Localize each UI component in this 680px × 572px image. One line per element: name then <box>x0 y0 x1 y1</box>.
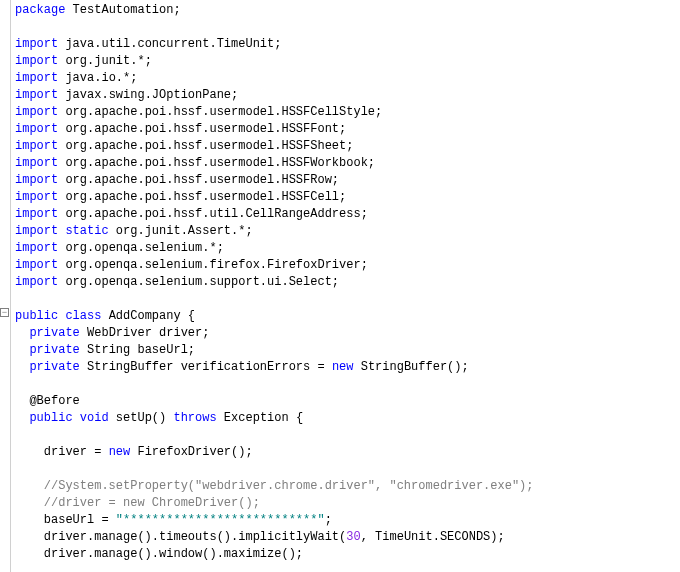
code-editor: − package TestAutomation;import java.uti… <box>0 0 680 572</box>
code-line[interactable]: import java.io.*; <box>15 70 680 87</box>
token-id: , TimeUnit.SECONDS); <box>361 530 505 544</box>
code-line[interactable]: import static org.junit.Assert.*; <box>15 223 680 240</box>
code-line[interactable] <box>15 19 680 36</box>
token-id <box>15 496 44 510</box>
token-kw: private <box>29 360 79 374</box>
token-kw: new <box>109 445 131 459</box>
token-id: driver.manage().timeouts().implicitlyWai… <box>15 530 346 544</box>
code-line[interactable]: package TestAutomation; <box>15 2 680 19</box>
token-id: setUp() <box>109 411 174 425</box>
code-line[interactable] <box>15 376 680 393</box>
token-kw: import <box>15 190 58 204</box>
code-line[interactable]: import org.junit.*; <box>15 53 680 70</box>
token-id <box>15 479 44 493</box>
token-id: java.io.*; <box>58 71 137 85</box>
token-id <box>15 343 29 357</box>
code-line[interactable]: public class AddCompany { <box>15 308 680 325</box>
code-line[interactable]: import org.openqa.selenium.support.ui.Se… <box>15 274 680 291</box>
code-line[interactable]: //driver = new ChromeDriver(); <box>15 495 680 512</box>
code-line[interactable]: private StringBuffer verificationErrors … <box>15 359 680 376</box>
token-kw: import <box>15 156 58 170</box>
token-id: driver = <box>15 445 109 459</box>
token-id: ; <box>325 513 332 527</box>
fold-toggle-icon[interactable]: − <box>0 308 9 317</box>
token-id: Exception { <box>217 411 303 425</box>
code-line[interactable]: import org.apache.poi.hssf.usermodel.HSS… <box>15 138 680 155</box>
code-line[interactable]: import org.apache.poi.hssf.usermodel.HSS… <box>15 189 680 206</box>
code-area[interactable]: package TestAutomation;import java.util.… <box>11 0 680 572</box>
code-line[interactable]: @Before <box>15 393 680 410</box>
token-kw: public <box>29 411 72 425</box>
token-kw: private <box>29 326 79 340</box>
token-id: org.apache.poi.hssf.usermodel.HSSFFont; <box>58 122 346 136</box>
token-kw: package <box>15 3 65 17</box>
token-kw: static <box>65 224 108 238</box>
code-line[interactable]: driver = new FirefoxDriver(); <box>15 444 680 461</box>
token-str: "***************************" <box>116 513 325 527</box>
code-line[interactable]: public void setUp() throws Exception { <box>15 410 680 427</box>
code-line[interactable]: baseUrl = "***************************"; <box>15 512 680 529</box>
code-line[interactable]: import org.apache.poi.hssf.usermodel.HSS… <box>15 172 680 189</box>
token-id: org.apache.poi.hssf.util.CellRangeAddres… <box>58 207 368 221</box>
token-id <box>15 326 29 340</box>
token-kw: import <box>15 37 58 51</box>
code-line[interactable]: //System.setProperty("webdriver.chrome.d… <box>15 478 680 495</box>
token-kw: import <box>15 241 58 255</box>
token-id: FirefoxDriver(); <box>130 445 252 459</box>
code-line[interactable]: import org.openqa.selenium.firefox.Firef… <box>15 257 680 274</box>
token-id: javax.swing.JOptionPane; <box>58 88 238 102</box>
token-kw: class <box>65 309 101 323</box>
token-id: org.junit.*; <box>58 54 152 68</box>
token-id: org.apache.poi.hssf.usermodel.HSSFWorkbo… <box>58 156 375 170</box>
code-line[interactable]: import org.apache.poi.hssf.usermodel.HSS… <box>15 121 680 138</box>
token-id: TestAutomation; <box>65 3 180 17</box>
token-id: @Before <box>15 394 80 408</box>
token-kw: throws <box>173 411 216 425</box>
token-id: baseUrl = <box>15 513 116 527</box>
code-line[interactable]: import java.util.concurrent.TimeUnit; <box>15 36 680 53</box>
token-kw: new <box>332 360 354 374</box>
code-line[interactable] <box>15 291 680 308</box>
token-kw: import <box>15 54 58 68</box>
token-kw: import <box>15 173 58 187</box>
gutter: − <box>0 0 11 572</box>
token-id: org.apache.poi.hssf.usermodel.HSSFRow; <box>58 173 339 187</box>
token-id <box>15 360 29 374</box>
code-line[interactable] <box>15 427 680 444</box>
token-id: org.apache.poi.hssf.usermodel.HSSFSheet; <box>58 139 353 153</box>
token-kw: void <box>80 411 109 425</box>
token-com: //driver = new ChromeDriver(); <box>44 496 260 510</box>
token-kw: import <box>15 275 58 289</box>
token-id: org.apache.poi.hssf.usermodel.HSSFCellSt… <box>58 105 382 119</box>
code-line[interactable] <box>15 461 680 478</box>
token-id: java.util.concurrent.TimeUnit; <box>58 37 281 51</box>
token-kw: import <box>15 105 58 119</box>
token-id: StringBuffer verificationErrors = <box>80 360 332 374</box>
token-id: org.openqa.selenium.firefox.FirefoxDrive… <box>58 258 368 272</box>
token-id: org.junit.Assert.*; <box>109 224 253 238</box>
code-line[interactable]: import org.openqa.selenium.*; <box>15 240 680 257</box>
code-line[interactable]: driver.manage().timeouts().implicitlyWai… <box>15 529 680 546</box>
code-line[interactable]: import org.apache.poi.hssf.util.CellRang… <box>15 206 680 223</box>
token-id: org.openqa.selenium.support.ui.Select; <box>58 275 339 289</box>
code-line[interactable]: import javax.swing.JOptionPane; <box>15 87 680 104</box>
token-kw: import <box>15 224 58 238</box>
token-id: driver.manage().window().maximize(); <box>15 547 303 561</box>
token-kw: public <box>15 309 58 323</box>
token-com: //System.setProperty("webdriver.chrome.d… <box>44 479 534 493</box>
code-line[interactable]: import org.apache.poi.hssf.usermodel.HSS… <box>15 155 680 172</box>
token-kw: import <box>15 258 58 272</box>
token-kw: import <box>15 122 58 136</box>
token-num: 30 <box>346 530 360 544</box>
token-kw: import <box>15 139 58 153</box>
code-line[interactable]: private WebDriver driver; <box>15 325 680 342</box>
token-kw: private <box>29 343 79 357</box>
token-kw: import <box>15 71 58 85</box>
code-line[interactable]: import org.apache.poi.hssf.usermodel.HSS… <box>15 104 680 121</box>
token-kw: import <box>15 207 58 221</box>
code-line[interactable]: private String baseUrl; <box>15 342 680 359</box>
code-line[interactable]: driver.manage().window().maximize(); <box>15 546 680 563</box>
token-id: String baseUrl; <box>80 343 195 357</box>
token-id <box>15 411 29 425</box>
token-id: WebDriver driver; <box>80 326 210 340</box>
